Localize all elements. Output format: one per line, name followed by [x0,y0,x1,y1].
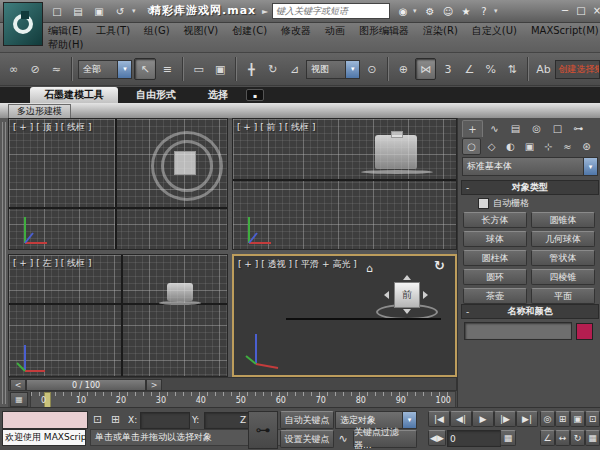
help-caret-icon[interactable]: ▾ [494,7,501,15]
help-icon[interactable]: ? [476,3,492,19]
bind-to-space-warp-icon[interactable]: ≈ [47,59,66,79]
object-type-rollout-header[interactable]: - 对象类型 [461,180,599,195]
viewcube-face-label[interactable]: 前 [402,288,412,302]
absolute-transform-icon[interactable]: ⊞ [108,412,123,426]
favorites-star-icon[interactable]: ★ [458,3,474,19]
pyramid-button[interactable]: 四棱锥 [531,269,595,285]
viewport-perspective[interactable]: [ + ] [ 透视 ] [ 平滑 + 高光 ] ⌂ ↻ 前 [232,254,457,377]
zoom-extents-all-icon[interactable]: ⊡ [585,411,600,427]
use-pivot-center-icon[interactable]: ⊙ [362,59,381,79]
tab-motion-icon[interactable]: ◎ [527,121,546,137]
category-cameras-icon[interactable]: ▣ [521,139,538,154]
select-and-link-icon[interactable]: ∞ [4,59,23,79]
select-and-scale-icon[interactable]: ⊿ [285,59,304,79]
search-prev-icon[interactable]: ► [262,3,272,19]
search-icon[interactable]: ◉ [395,3,411,19]
menu-views[interactable]: 视图(V) [184,24,219,38]
create-selection-set-field[interactable]: 创建选择集 [555,60,600,79]
rollout-collapse-icon[interactable]: - [466,183,469,193]
category-lights-icon[interactable]: ◐ [502,139,519,154]
max-logo-icon[interactable] [3,2,43,46]
cone-button[interactable]: 圆锥体 [531,212,595,228]
key-mode-toggle[interactable]: ◀▶ [428,430,446,446]
menu-animation[interactable]: 动画 [325,24,345,38]
set-key-button[interactable]: 设置关键点 [280,430,334,448]
torus-button[interactable]: 圆环 [463,269,527,285]
viewcube-orbit-arrow-icon[interactable]: ↻ [434,258,445,273]
unlink-selection-icon[interactable]: ⊘ [25,59,44,79]
y-coordinate-field[interactable] [204,412,254,429]
window-crossing-icon[interactable]: ▣ [211,59,230,79]
viewcube[interactable]: 前 [394,282,420,308]
viewport-front-label[interactable]: [ + ] [ 前 ] [ 线框 ] [237,121,316,134]
time-slider-next-button[interactable]: > [146,379,162,391]
x-coordinate-field[interactable] [140,412,190,429]
object-color-swatch[interactable] [576,323,593,340]
tab-display-icon[interactable]: □ [548,121,567,137]
category-geometry-icon[interactable]: ○ [462,138,481,155]
select-and-move-icon[interactable]: ╋ [242,59,261,79]
undo-caret-icon[interactable]: ▾ [132,7,139,15]
key-filters-button[interactable]: 关键点过滤器... [353,430,417,448]
tab-hierarchy-icon[interactable]: ▤ [506,121,525,137]
current-frame-field[interactable] [447,430,501,447]
menu-tools[interactable]: 工具(T) [96,24,130,38]
viewcube-arrow-right-icon[interactable] [423,291,428,299]
viewport-top-label[interactable]: [ + ] [ 顶 ] [ 线框 ] [13,121,92,134]
menu-maxscript[interactable]: MAXScript(M) [531,25,599,36]
default-tangent-icon[interactable]: ∿ [336,432,350,445]
ribbon-tab-selection[interactable]: 选择 [194,87,242,103]
reference-coordinate-dropdown[interactable]: 视图 ▾ [306,60,360,79]
viewport-left[interactable]: [ + ] [ 左 ] [ 线框 ] [8,254,228,377]
menu-help[interactable]: 帮助(H) [48,38,83,52]
category-helpers-icon[interactable]: ⊹ [540,139,557,154]
select-and-rotate-icon[interactable]: ↻ [263,59,282,79]
maximize-viewport-toggle-icon[interactable]: ▦ [585,430,600,446]
zoom-all-icon[interactable]: ⊞ [555,411,570,427]
go-to-end-button[interactable]: ▶| [516,411,538,427]
set-keys-button[interactable]: ⊶ [248,411,278,449]
menu-edit[interactable]: 编辑(E) [48,24,82,38]
angle-snap-icon[interactable]: ∠ [460,59,479,79]
undo-icon[interactable]: ↺ [111,3,129,19]
ground-plane-edge[interactable] [286,318,441,320]
viewcube-arrow-left-icon[interactable] [384,291,389,299]
auto-key-button[interactable]: 自动关键点 [280,411,334,429]
ribbon-minimize-icon[interactable]: ▪ [246,89,264,101]
autogrid-option[interactable]: 自动栅格 [478,197,529,209]
time-slider-prev-button[interactable]: < [10,379,26,391]
teapot-button[interactable]: 茶壶 [463,288,527,304]
next-frame-button[interactable]: |▶ [494,411,516,427]
mini-curve-editor-icon[interactable]: ▦ [10,392,28,407]
object-name-field[interactable] [464,322,572,340]
box-button[interactable]: 长方体 [463,212,527,228]
rollout-collapse-icon[interactable]: - [466,307,469,317]
geometry-type-caret-icon[interactable]: ▾ [583,158,597,175]
tube-button[interactable]: 管状体 [531,250,595,266]
time-slider-grip[interactable]: 0 / 100 [26,379,146,391]
reference-coordinate-caret-icon[interactable]: ▾ [345,61,359,78]
macro-recorder-field[interactable] [2,411,88,429]
search-input[interactable] [272,3,390,19]
selection-lock-icon[interactable]: ⊡ [90,412,105,426]
select-object-icon[interactable]: ↖ [134,58,155,80]
menu-rendering[interactable]: 渲染(R) [423,24,458,38]
maxscript-listener-field[interactable]: 欢迎使用 MAXScript [2,429,86,446]
geosphere-button[interactable]: 几何球体 [531,231,595,247]
teapot-left-view[interactable] [167,283,193,301]
spinner-snap-icon[interactable]: ⇅ [503,59,522,79]
orbit-icon[interactable]: ↻ [570,430,585,446]
sphere-button[interactable]: 球体 [463,231,527,247]
minimize-button[interactable]: ─ [560,5,570,16]
snaps-toggle-icon[interactable]: 3 [438,59,457,79]
menu-create[interactable]: 创建(C) [232,24,267,38]
selection-filter-dropdown[interactable]: 全部 ▾ [78,60,132,79]
category-systems-icon[interactable]: ⊛ [578,139,595,154]
name-color-rollout-header[interactable]: - 名称和颜色 [461,304,599,319]
previous-frame-button[interactable]: ◀| [450,411,472,427]
teapot-front-view[interactable] [375,135,417,169]
category-shapes-icon[interactable]: ◇ [483,139,500,154]
polygon-modeling-panel-tab[interactable]: 多边形建模 [8,104,71,118]
tab-modify-icon[interactable]: ∿ [485,121,504,137]
ribbon-tab-freeform[interactable]: 自由形式 [122,87,190,103]
